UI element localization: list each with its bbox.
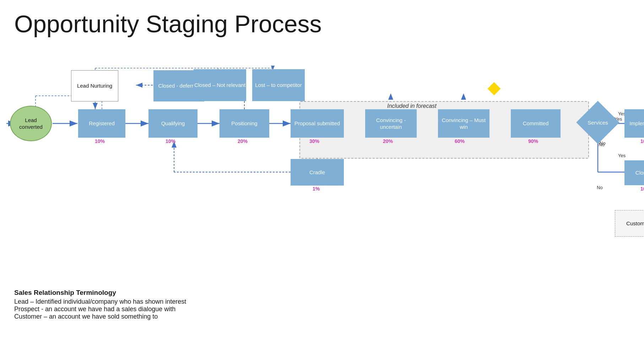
conv-must-win-node: Convincing – Must win bbox=[438, 109, 489, 138]
pct-cradle: 1% bbox=[313, 186, 320, 192]
pct-pos: 20% bbox=[238, 138, 248, 144]
qualifying-node: Qualifying bbox=[148, 109, 197, 138]
positioning-node: Positioning bbox=[220, 109, 269, 138]
pct-cmw: 60% bbox=[455, 138, 465, 144]
page-title: Opportunity Staging Process bbox=[0, 0, 644, 41]
pct-qual: 10% bbox=[166, 138, 175, 144]
closed-not-relevant-node: Closed – Not relevant bbox=[194, 69, 246, 101]
pct-impl: 100% bbox=[640, 138, 644, 144]
services-diamond-node: Services bbox=[578, 107, 617, 139]
pct-comm: 90% bbox=[528, 138, 538, 144]
terminology-line-3: Customer – an account we have sold somet… bbox=[14, 313, 630, 320]
lead-nurturing-node: Lead Nurturing bbox=[71, 70, 118, 101]
registered-node: Registered bbox=[78, 109, 125, 138]
lead-converted-node: Lead converted bbox=[10, 106, 52, 141]
yellow-diamond-2 bbox=[488, 82, 501, 95]
customer-nurturing-node: Customer Nurturing bbox=[615, 210, 644, 237]
pct-reg: 10% bbox=[95, 138, 105, 144]
implementation-node: Implementa- tion bbox=[624, 109, 644, 138]
proposal-node: Proposal submitted bbox=[291, 109, 344, 138]
diagram-wrapper: Included in forecast Lead converted Regi… bbox=[0, 46, 644, 302]
no-text: No bbox=[599, 142, 605, 147]
committed-node: Committed bbox=[511, 109, 561, 138]
pct-cu: 20% bbox=[383, 138, 393, 144]
forecast-label-2: Included in forecast bbox=[387, 103, 437, 109]
pct-prop: 30% bbox=[309, 138, 319, 144]
cradle-node: Cradle bbox=[291, 159, 344, 186]
terminology-line-2: Prospect - an account we have had a sale… bbox=[14, 305, 630, 313]
conv-uncertain-node: Convincing - uncertain bbox=[365, 109, 417, 138]
closed-won-node: Closed won bbox=[624, 160, 644, 185]
pct-cw: 100% bbox=[640, 186, 644, 192]
lost-to-competitor-node: Lost – to competitor bbox=[252, 69, 305, 101]
